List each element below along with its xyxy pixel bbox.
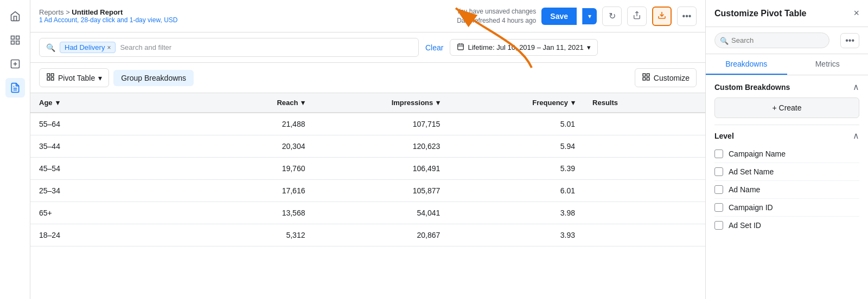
sidebar-item-reports[interactable] (5, 78, 25, 98)
level-section: Level ∧ Campaign Name Ad Set Name Ad Nam… (706, 125, 868, 240)
reach-col-label: Reach (277, 99, 298, 107)
level-checkbox[interactable] (714, 150, 723, 158)
level-title: Level (714, 132, 734, 140)
header-right: You have unsaved changes Data refreshed … (456, 6, 697, 26)
table-row: 25–34 17,616 105,877 6.01 (30, 180, 705, 202)
level-item[interactable]: Campaign Name (714, 145, 859, 163)
age-cell: 45–54 (30, 158, 179, 180)
level-checkbox[interactable] (714, 221, 723, 230)
panel-more-button[interactable]: ••• (840, 33, 859, 48)
tab-metrics[interactable]: Metrics (787, 54, 869, 75)
clear-button[interactable]: Clear (425, 43, 443, 52)
level-checkbox[interactable] (714, 167, 723, 176)
filter-chip: Had Delivery × (60, 42, 116, 53)
svg-rect-20 (647, 74, 649, 76)
panel-header: Customize Pivot Table × (706, 0, 868, 27)
impressions-cell: 107,715 (314, 113, 449, 135)
svg-rect-18 (51, 77, 54, 80)
results-cell (584, 180, 705, 202)
level-label: Campaign ID (729, 203, 773, 212)
save-button[interactable]: Save (541, 8, 577, 25)
custom-breakdowns-header: Custom Breakdowns ∧ (714, 82, 859, 92)
panel-search-icon: 🔍 (720, 36, 729, 44)
col-results[interactable]: Results (584, 93, 705, 113)
level-label: Campaign Name (729, 150, 786, 158)
table-header-row: Age▾ Reach▾ Impressions▾ Frequency▾ Resu… (30, 93, 705, 113)
panel-search-wrap: 🔍 (714, 32, 836, 48)
level-checkbox[interactable] (714, 203, 723, 212)
svg-rect-19 (643, 74, 646, 76)
age-sort-icon: ▾ (56, 99, 60, 107)
pivot-table-button[interactable]: Pivot Table ▾ (39, 68, 109, 87)
col-impressions[interactable]: Impressions▾ (314, 93, 449, 113)
level-item[interactable]: Ad Name (714, 181, 859, 199)
results-cell (584, 202, 705, 224)
age-cell: 25–34 (30, 180, 179, 202)
level-item[interactable]: Ad Set ID (714, 217, 859, 234)
sidebar (0, 0, 30, 299)
refresh-icon: ↻ (609, 11, 616, 21)
date-chevron-icon: ▾ (587, 43, 591, 51)
right-panel: Customize Pivot Table × 🔍 ••• Breakdowns… (705, 0, 868, 299)
search-placeholder: Search and filter (120, 43, 171, 51)
download-button[interactable] (652, 6, 672, 26)
share-button[interactable] (627, 6, 647, 26)
reach-cell: 17,616 (179, 180, 314, 202)
col-reach[interactable]: Reach▾ (179, 93, 314, 113)
impressions-cell: 105,877 (314, 180, 449, 202)
filter-input-wrap[interactable]: 🔍 Had Delivery × Search and filter (39, 38, 419, 57)
sidebar-item-create[interactable] (5, 54, 25, 74)
frequency-cell: 3.98 (449, 202, 584, 224)
svg-rect-15 (47, 74, 50, 76)
age-cell: 55–64 (30, 113, 179, 135)
create-button[interactable]: + Create (714, 98, 859, 118)
unsaved-line1: You have unsaved changes (456, 7, 536, 16)
svg-rect-22 (647, 77, 649, 80)
share-icon (633, 11, 641, 22)
level-label: Ad Set Name (729, 167, 774, 176)
level-item[interactable]: Campaign ID (714, 199, 859, 217)
col-frequency[interactable]: Frequency▾ (449, 93, 584, 113)
panel-close-button[interactable]: × (853, 8, 859, 19)
sidebar-item-home[interactable] (5, 6, 25, 26)
svg-rect-3 (16, 41, 19, 44)
frequency-cell: 5.94 (449, 135, 584, 158)
customize-label: Customize (654, 74, 690, 82)
svg-rect-11 (458, 44, 464, 50)
table-row: 18–24 5,312 20,867 3.93 (30, 224, 705, 246)
level-checkbox[interactable] (714, 185, 723, 194)
col-age[interactable]: Age▾ (30, 93, 179, 113)
filter-chip-remove[interactable]: × (107, 44, 111, 51)
tab-breakdowns[interactable]: Breakdowns (706, 54, 787, 75)
more-button[interactable]: ••• (677, 6, 697, 26)
custom-breakdowns-toggle[interactable]: ∧ (853, 82, 859, 92)
level-toggle[interactable]: ∧ (853, 131, 859, 141)
content-wrapper: Reports > Untitled Report 1 Ad Account, … (30, 0, 705, 299)
pivot-label: Pivot Table (58, 74, 95, 82)
table-row: 65+ 13,568 54,041 3.98 (30, 202, 705, 224)
report-subtitle[interactable]: 1 Ad Account, 28-day click and 1-day vie… (39, 16, 177, 24)
unsaved-text: You have unsaved changes Data refreshed … (456, 7, 536, 25)
svg-rect-1 (16, 36, 19, 40)
breadcrumb-prefix: Reports > (39, 8, 72, 16)
panel-title: Customize Pivot Table (714, 9, 807, 18)
sidebar-item-grid[interactable] (5, 30, 25, 50)
results-cell (584, 158, 705, 180)
search-icon: 🔍 (46, 43, 55, 52)
level-header: Level ∧ (714, 125, 859, 145)
customize-button[interactable]: Customize (635, 68, 697, 87)
refresh-button[interactable]: ↻ (602, 6, 622, 26)
panel-body: Custom Breakdowns ∧ + Create Level ∧ Cam… (706, 75, 868, 299)
customize-icon (642, 73, 650, 83)
table-row: 45–54 19,760 106,491 5.39 (30, 158, 705, 180)
impressions-sort-icon: ▾ (436, 99, 440, 107)
save-arrow-button[interactable]: ▾ (582, 8, 597, 24)
group-breakdown-button[interactable]: Group Breakdowns (113, 70, 194, 86)
header: Reports > Untitled Report 1 Ad Account, … (30, 0, 705, 32)
reach-sort-icon: ▾ (301, 99, 305, 107)
level-item[interactable]: Ad Set Name (714, 163, 859, 181)
svg-rect-17 (47, 77, 50, 80)
svg-rect-21 (643, 77, 646, 80)
panel-search-input[interactable] (714, 32, 829, 48)
date-filter[interactable]: Lifetime: Jul 10, 2019 – Jan 11, 2021 ▾ (450, 39, 597, 56)
